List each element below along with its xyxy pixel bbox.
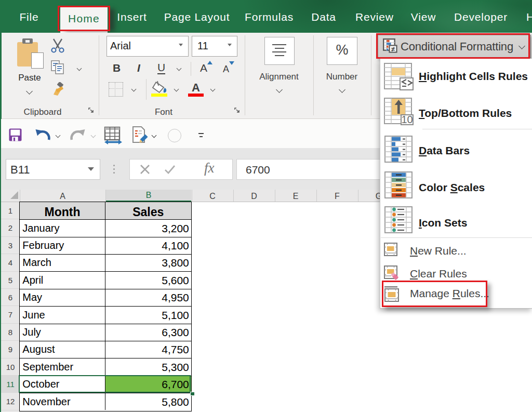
svg-text:10: 10: [401, 114, 413, 125]
